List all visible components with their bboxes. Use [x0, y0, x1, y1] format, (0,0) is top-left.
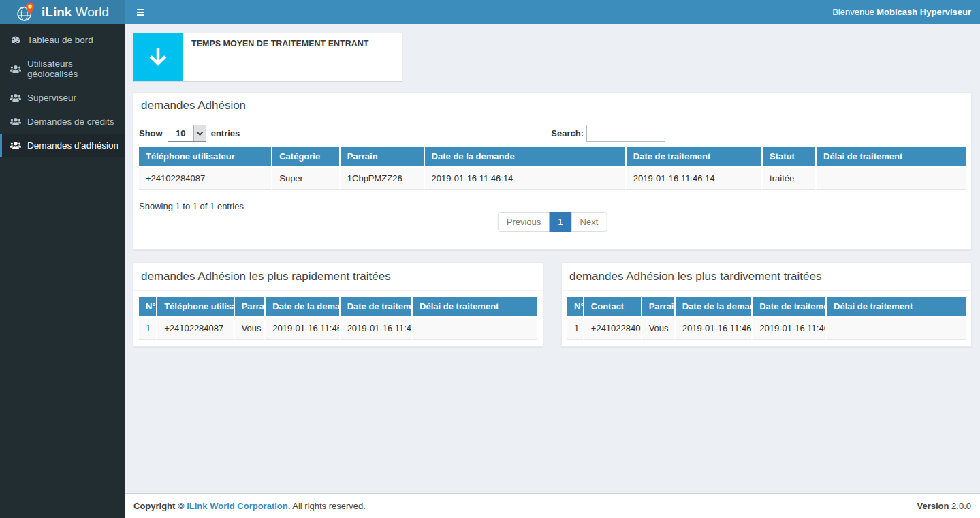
sidebar-item-label: Utilisateurs géolocalisés [27, 59, 121, 79]
copyright-text: Copyright © iLink World Corporation. All… [133, 501, 366, 511]
panel-tardivement-traitees: demandes Adhésion les plus tardivement t… [561, 262, 972, 347]
sidebar-item-label: Demandes d'adhésion [27, 140, 118, 151]
table-cell: +24102284087 [139, 168, 271, 190]
entries-label: entries [211, 128, 240, 138]
column-header-n: N° [139, 297, 156, 318]
dashboard-icon [10, 35, 21, 45]
welcome-message: Bienvenue Mobicash Hyperviseur [832, 7, 971, 17]
show-entries-value: 10 [168, 125, 193, 141]
pagination: Previous 1 Next [498, 212, 607, 232]
navbar: Bienvenue Mobicash Hyperviseur [125, 0, 980, 24]
info-box-title: TEMPS MOYEN DE TRAITEMENT ENTRANT [191, 39, 394, 48]
column-header-statut[interactable]: Statut [761, 147, 815, 168]
demandes-adhesion-table: Téléphone utilisateurCatégorieParrainDat… [139, 147, 966, 190]
top-header-bar: $ iLink World Bienvenue Mobicash Hypervi… [0, 0, 980, 24]
tardivement-traitees-table: N°ContactParrainDate de la demandeDate d… [567, 297, 966, 340]
sidebar-item-superviseur[interactable]: Superviseur [0, 86, 125, 110]
table-cell: 2019-01-16 11:46:14 [339, 318, 411, 340]
column-header-n: N° [567, 297, 583, 318]
table-cell: 2019-01-16 11:46:14 [674, 318, 751, 340]
hamburger-icon[interactable] [133, 5, 148, 20]
column-header-parrain: Parrain [641, 297, 674, 318]
column-header-date-de-traitement[interactable]: Date de traitement [625, 147, 761, 168]
table-cell: 2019-01-16 11:46:14 [424, 168, 625, 190]
column-header-t-l-phone-utilisateur[interactable]: Téléphone utilisateur [139, 147, 271, 168]
show-label: Show [139, 128, 163, 138]
panel-title: demandes Adhésion les plus tardivement t… [562, 263, 971, 291]
sidebar-item-demandes-de-credits[interactable]: Demandes de crédits [0, 110, 125, 134]
company-link[interactable]: iLink World Corporation. [187, 501, 290, 511]
column-header-date-de-la-demande[interactable]: Date de la demande [424, 147, 625, 168]
column-header-date-de-la-demande: Date de la demande [264, 297, 338, 318]
column-header-d-lai-de-traitement: Délai de traitement [411, 297, 537, 318]
column-header-contact: Contact [583, 297, 641, 318]
table-cell [815, 168, 966, 190]
rapidement-traitees-table: N°Téléphone utilisateurParrainDate de la… [139, 297, 537, 340]
svg-text:$: $ [29, 4, 31, 8]
users-icon [10, 93, 21, 103]
datatable-footer: Showing 1 to 1 of 1 entries Previous 1 N… [133, 190, 971, 249]
column-header-date-de-la-demande: Date de la demande [674, 297, 751, 318]
sidebar-item-tableau-de-bord[interactable]: Tableau de bord [0, 28, 125, 52]
info-box-temps-moyen: TEMPS MOYEN DE TRAITEMENT ENTRANT [133, 33, 402, 81]
table-cell: +24102284087 [156, 318, 233, 340]
column-header-date-de-traitement: Date de traitement [751, 297, 825, 318]
show-entries-select[interactable]: 10 [168, 125, 206, 142]
app-title: iLink World [42, 5, 109, 20]
table-row: 1+24102284087Vous2019-01-16 11:46:142019… [567, 318, 966, 340]
table-cell: 1 [139, 318, 156, 340]
table-cell [825, 318, 966, 340]
page-1-button[interactable]: 1 [549, 212, 571, 232]
search-input[interactable] [586, 125, 665, 142]
table-row: +24102284087Super1CbpPMZZ262019-01-16 11… [139, 168, 966, 190]
version-text: Version 2.0.0 [917, 501, 971, 511]
column-header-parrain: Parrain [234, 297, 265, 318]
table-cell: 1CbpPMZZ26 [339, 168, 424, 190]
users-icon [10, 117, 21, 127]
globe-pin-logo-icon: $ [16, 2, 36, 22]
users-icon [10, 140, 21, 151]
column-header-d-lai-de-traitement: Délai de traitement [825, 297, 966, 318]
panel-title: demandes Adhésion [133, 93, 971, 119]
column-header-cat-gorie[interactable]: Catégorie [271, 147, 339, 168]
table-cell: Vous [234, 318, 265, 340]
arrow-down-icon [133, 33, 183, 81]
table-cell: Vous [641, 318, 674, 340]
sidebar-item-utilisateurs-geolocalises[interactable]: Utilisateurs géolocalisés [0, 52, 125, 86]
next-page-button[interactable]: Next [571, 212, 607, 232]
footer: Copyright © iLink World Corporation. All… [125, 493, 980, 518]
table-cell [411, 318, 537, 340]
table-cell: 2019-01-16 11:46:14 [264, 318, 338, 340]
table-cell: 2019-01-16 11:46:14 [625, 168, 761, 190]
main-content: TEMPS MOYEN DE TRAITEMENT ENTRANT demand… [125, 24, 980, 493]
table-cell: +24102284087 [583, 318, 641, 340]
panel-demandes-adhesion: demandes Adhésion Show 10 entries Search… [133, 92, 972, 250]
table-cell: traitée [761, 168, 815, 190]
sidebar-item-label: Tableau de bord [27, 35, 93, 45]
sidebar-item-label: Demandes de crédits [27, 117, 114, 127]
table-cell: 1 [567, 318, 583, 340]
search-label: Search: [551, 128, 584, 138]
sidebar: Tableau de bord Utilisateurs géolocalisé… [0, 24, 125, 518]
table-cell: Super [271, 168, 339, 190]
app-window: $ iLink World Bienvenue Mobicash Hypervi… [0, 0, 980, 518]
panel-rapidement-traitees: demandes Adhésion les plus rapidement tr… [133, 262, 543, 347]
column-header-d-lai-de-traitement[interactable]: Délai de traitement [815, 147, 966, 168]
previous-page-button[interactable]: Previous [498, 212, 550, 232]
column-header-parrain[interactable]: Parrain [339, 147, 424, 168]
entries-summary: Showing 1 to 1 of 1 entries [139, 201, 244, 211]
column-header-date-de-traitement: Date de traitement [339, 297, 411, 318]
chevron-down-icon [193, 125, 206, 141]
search-control: Search: [551, 125, 665, 142]
panel-title: demandes Adhésion les plus rapidement tr… [133, 263, 543, 291]
sidebar-item-label: Superviseur [27, 93, 76, 103]
brand-logo[interactable]: $ iLink World [0, 0, 125, 24]
sidebar-item-demandes-adhesion[interactable]: Demandes d'adhésion [0, 134, 125, 157]
table-cell: 2019-01-16 11:46:14 [751, 318, 825, 340]
users-icon [10, 64, 21, 74]
table-row: 1+24102284087Vous2019-01-16 11:46:142019… [139, 318, 537, 340]
column-header-t-l-phone-utilisateur: Téléphone utilisateur [156, 297, 233, 318]
datatable-controls: Show 10 entries Search: [133, 119, 971, 147]
